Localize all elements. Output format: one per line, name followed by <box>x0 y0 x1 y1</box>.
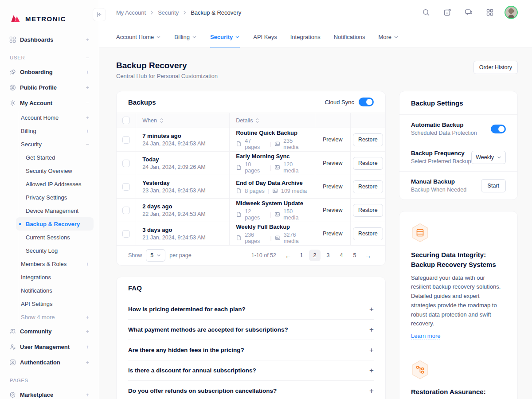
restore-button[interactable]: Restore <box>353 133 383 146</box>
page-button-5[interactable]: 5 <box>349 250 360 261</box>
sidebar-item-show-more[interactable]: Show 4 more + <box>18 310 94 324</box>
search-button[interactable] <box>419 6 433 19</box>
prev-page-button[interactable]: ← <box>282 250 294 261</box>
setting-backup-frequency: Backup Frequency Select Preferred Backup… <box>399 143 517 171</box>
sidebar-item-my-account[interactable]: My Account − <box>0 95 94 111</box>
tab-billing[interactable]: Billing <box>174 34 197 47</box>
chat-button[interactable] <box>462 6 475 19</box>
backups-title: Backups <box>128 98 156 106</box>
sidebar-item-authentication[interactable]: Authentication + <box>0 355 94 370</box>
chevron-down-icon <box>394 35 399 39</box>
user-circle-icon <box>9 84 16 91</box>
faq-item[interactable]: What payment methods are accepted for su… <box>128 320 374 340</box>
row-checkbox[interactable] <box>122 160 130 167</box>
tab-more[interactable]: More <box>378 34 399 47</box>
breadcrumb-item[interactable]: My Account <box>116 9 146 16</box>
backup-pages: 10 pages <box>245 161 267 174</box>
preview-button[interactable]: Preview <box>323 137 342 143</box>
page-button-4[interactable]: 4 <box>336 250 347 261</box>
sidebar-item-integrations[interactable]: Integrations <box>18 270 94 284</box>
tab-account-home[interactable]: Account Home <box>116 34 161 47</box>
page-button-2-current[interactable]: 2 <box>309 250 321 261</box>
restore-button[interactable]: Restore <box>353 227 383 240</box>
media-icon <box>274 211 280 217</box>
sidebar-item-get-started[interactable]: Get Started <box>18 151 94 164</box>
user-avatar[interactable] <box>505 6 518 19</box>
sidebar-item-members-roles[interactable]: Members & Roles + <box>18 257 94 270</box>
backup-media: 3276 media <box>284 232 309 244</box>
column-header-when[interactable]: When <box>142 117 157 124</box>
page-tabs: Account Home Billing Security API Keys I… <box>99 25 532 47</box>
page-button-3[interactable]: 3 <box>322 250 334 261</box>
preview-button[interactable]: Preview <box>323 160 342 166</box>
learn-more-link[interactable]: Learn more <box>411 332 440 340</box>
column-header-details[interactable]: Details <box>236 117 253 124</box>
backup-date: 24 Jan, 2024, 2:09:26 AM <box>142 164 223 170</box>
faq-item[interactable]: Are there any hidden fees in the pricing… <box>128 340 374 360</box>
sidebar-item-security-overview[interactable]: Security Overview <box>18 164 94 177</box>
backup-when: 7 minutes ago <box>142 133 223 139</box>
tab-api-keys[interactable]: API Keys <box>253 34 277 47</box>
sidebar-item-current-sessions[interactable]: Current Sessions <box>18 231 94 244</box>
sidebar-item-security-log[interactable]: Security Log <box>18 244 94 257</box>
setting-automatic-backup: Automatic Backup Scheduled Data Protecti… <box>399 114 517 143</box>
sidebar-item-billing[interactable]: Billing + <box>18 124 94 137</box>
sidebar-item-onboarding[interactable]: Onboarding + <box>0 64 94 80</box>
row-checkbox[interactable] <box>122 136 130 144</box>
info-section-securing: Securing Data Integrity: Backup Recovery… <box>411 223 506 340</box>
sidebar-item-security[interactable]: Security − <box>18 137 94 151</box>
backup-date: 21 Jan, 2024, 9:24:53 AM <box>142 235 223 241</box>
restore-button[interactable]: Restore <box>353 204 383 217</box>
sidebar-item-community[interactable]: Community + <box>0 324 94 339</box>
restore-button[interactable]: Restore <box>353 180 383 193</box>
breadcrumb-item[interactable]: Security <box>158 9 179 16</box>
sidebar-item-public-profile[interactable]: Public Profile + <box>0 80 94 95</box>
page-button-1[interactable]: 1 <box>296 250 307 261</box>
next-page-button[interactable]: → <box>362 250 374 261</box>
faq-item[interactable]: How is pricing determined for each plan?… <box>128 299 374 320</box>
faq-item[interactable]: Do you offer refunds on subscription can… <box>128 381 374 399</box>
restore-button[interactable]: Restore <box>353 157 383 170</box>
network-hexagon-icon <box>411 360 429 379</box>
sidebar-item-dashboards[interactable]: Dashboards + <box>0 32 94 47</box>
sidebar-item-privacy-settings[interactable]: Privacy Settings <box>18 191 94 204</box>
sort-icon[interactable] <box>160 118 164 123</box>
widget-button[interactable] <box>441 6 454 19</box>
row-checkbox[interactable] <box>122 183 130 191</box>
sidebar-item-account-home[interactable]: Account Home + <box>18 111 94 124</box>
tab-integrations[interactable]: Integrations <box>290 34 321 47</box>
backup-pages: 8 pages <box>245 188 264 194</box>
my-account-submenu: Account Home + Billing + Security − Get … <box>18 111 94 324</box>
tab-security[interactable]: Security <box>210 34 240 47</box>
preview-button[interactable]: Preview <box>323 184 342 190</box>
metronic-logo-icon <box>10 13 21 24</box>
sort-icon[interactable] <box>255 118 259 123</box>
apps-grid-button[interactable] <box>483 6 497 19</box>
minus-icon: − <box>86 55 89 61</box>
sidebar-item-user-management[interactable]: User Management + <box>0 339 94 355</box>
select-all-checkbox[interactable] <box>122 117 130 124</box>
preview-button[interactable]: Preview <box>323 207 342 213</box>
sidebar-item-marketplace[interactable]: Marketplace + <box>0 387 94 399</box>
start-backup-button[interactable]: Start <box>481 179 506 192</box>
media-icon <box>275 235 281 241</box>
automatic-backup-toggle[interactable] <box>491 125 506 133</box>
row-checkbox[interactable] <box>122 207 130 214</box>
faq-item[interactable]: Is there a discount for annual subscript… <box>128 360 374 381</box>
sidebar-item-allowed-ip-addresses[interactable]: Allowed IP Addresses <box>18 177 94 191</box>
row-checkbox[interactable] <box>122 230 130 238</box>
sidebar-item-api-settings[interactable]: API Settings <box>18 297 94 310</box>
frequency-select[interactable]: Weekly <box>471 151 506 164</box>
cloud-sync-toggle[interactable] <box>359 98 374 106</box>
sidebar-item-device-management[interactable]: Device Management <box>18 204 94 217</box>
id-badge-icon <box>9 359 16 366</box>
tab-notifications[interactable]: Notifications <box>334 34 365 47</box>
shop-icon <box>9 391 16 398</box>
order-history-button[interactable]: Order History <box>473 61 518 74</box>
page-size-select[interactable]: 5 <box>146 249 165 262</box>
preview-button[interactable]: Preview <box>323 231 342 237</box>
logo[interactable]: METRONIC <box>0 0 99 27</box>
sidebar-item-backup-recovery[interactable]: Backup & Recovery <box>16 217 94 231</box>
sidebar-item-notifications[interactable]: Notifications <box>18 284 94 297</box>
sidebar-collapse-button[interactable] <box>93 8 106 21</box>
